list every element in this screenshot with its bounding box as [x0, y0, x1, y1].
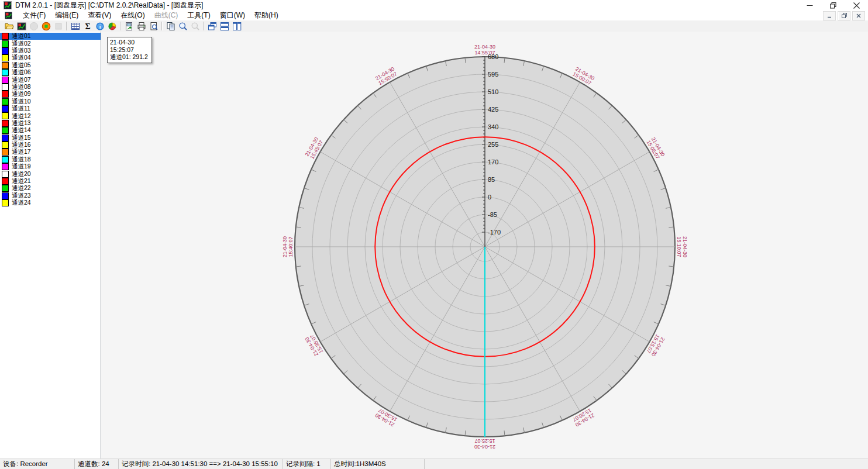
axis-tick-label: 510: [488, 88, 498, 95]
mdi-close-button[interactable]: [852, 11, 865, 20]
channel-color-swatch: [2, 199, 9, 206]
channel-item[interactable]: 通道08: [0, 84, 101, 91]
channel-item[interactable]: 通道19: [0, 163, 101, 170]
toolbar-separator: [203, 22, 204, 30]
channel-item[interactable]: 通道09: [0, 91, 101, 98]
channel-item[interactable]: 通道11: [0, 105, 101, 112]
channel-color-swatch: [2, 178, 9, 185]
polar-chart[interactable]: 680595510425340255170850-85-17021-04-301…: [101, 32, 868, 459]
status-total-time: 总时间:1H3M40S: [331, 459, 425, 469]
close-button[interactable]: [845, 0, 868, 11]
channel-item[interactable]: 通道18: [0, 156, 101, 163]
channel-color-swatch: [2, 171, 9, 178]
menu-item-curve: 曲线(C): [150, 11, 183, 19]
axis-tick-label: 0: [488, 194, 491, 201]
channel-color-swatch: [2, 192, 9, 199]
menu-item-help[interactable]: 帮助(H): [250, 11, 283, 19]
menu-item-tools[interactable]: 工具(T): [182, 11, 215, 19]
toolbar-separator: [120, 22, 121, 30]
channel-item[interactable]: 通道03: [0, 47, 101, 54]
restore-button[interactable]: [821, 0, 845, 11]
channel-item[interactable]: 通道07: [0, 76, 101, 83]
channel-item[interactable]: 通道16: [0, 142, 101, 149]
channel-list: 通道01通道02通道03通道04通道05通道06通道07通道08通道09通道10…: [0, 32, 101, 459]
info-icon[interactable]: i: [94, 21, 106, 32]
mdi-minimize-button[interactable]: [823, 11, 836, 20]
printer-icon[interactable]: [135, 21, 147, 32]
channel-color-swatch: [2, 47, 9, 54]
channel-color-swatch: [2, 54, 9, 61]
channel-color-swatch: [2, 127, 9, 134]
time-label-date: 21-04-30: [474, 44, 495, 50]
channel-item[interactable]: 通道12: [0, 112, 101, 119]
menu-item-view[interactable]: 查看(V): [83, 11, 116, 19]
channel-item[interactable]: 通道17: [0, 149, 101, 156]
data-grid-icon[interactable]: [69, 21, 81, 32]
channel-color-swatch: [2, 185, 9, 192]
channel-item[interactable]: 通道15: [0, 134, 101, 141]
trend-chart-icon[interactable]: [15, 21, 27, 32]
zoom-out-icon: [189, 21, 201, 32]
menu-item-edit[interactable]: 编辑(E): [50, 11, 83, 19]
tile-vertical-icon[interactable]: [230, 21, 243, 32]
channel-item[interactable]: 通道21: [0, 178, 101, 185]
axis-tick-label: 595: [488, 71, 498, 78]
time-label: 21-04-3014:55:07: [474, 44, 495, 56]
channel-color-swatch: [2, 112, 9, 119]
tile-horizontal-icon[interactable]: [218, 21, 230, 32]
time-label: 21-04-3015:40:07: [282, 236, 294, 257]
channel-item[interactable]: 通道10: [0, 98, 101, 105]
status-rec-time: 记录时间: 21-04-30 14:51:30 ==> 21-04-30 15:…: [119, 459, 283, 469]
menu-item-online[interactable]: 在线(O): [116, 11, 149, 19]
status-device: 设备: Recorder: [0, 459, 75, 469]
channel-item[interactable]: 通道14: [0, 127, 101, 134]
title-bar: DTM 2.0.1 - [圆盘显示] [C:\DTM 2.0.2\RealDat…: [0, 0, 868, 11]
menu-item-file[interactable]: 文件(F): [18, 11, 50, 19]
status-bar: 设备: Recorder通道数: 24记录时间: 21-04-30 14:51:…: [0, 458, 868, 469]
axis-tick-label: 255: [488, 141, 498, 148]
channel-color-swatch: [2, 120, 9, 127]
record-idle-icon: [27, 21, 40, 32]
channel-item[interactable]: 通道04: [0, 54, 101, 61]
channel-item[interactable]: 通道01: [0, 33, 101, 40]
status-interval: 记录间隔: 1: [283, 459, 331, 469]
window-title: DTM 2.0.1 - [圆盘显示] [C:\DTM 2.0.2\RealDat…: [15, 1, 203, 11]
channel-item[interactable]: 通道06: [0, 69, 101, 76]
axis-tick-label: 85: [488, 176, 495, 183]
minimize-button[interactable]: [798, 0, 821, 11]
channel-item[interactable]: 通道13: [0, 120, 101, 127]
channel-item[interactable]: 通道23: [0, 192, 101, 199]
axis-tick-label: 340: [488, 123, 498, 130]
channel-color-swatch: [2, 156, 9, 163]
channel-item[interactable]: 通道24: [0, 199, 101, 206]
time-label-time: 15:25:07: [474, 438, 495, 444]
channel-color-swatch: [2, 77, 9, 84]
print-preview-icon[interactable]: [147, 21, 160, 32]
sigma-icon[interactable]: Σ: [81, 21, 94, 32]
time-label-time: 15:10:07: [676, 236, 682, 257]
channel-color-swatch: [2, 33, 9, 40]
status-channels: 通道数: 24: [75, 459, 119, 469]
copy-icon[interactable]: [164, 21, 177, 32]
export-image-icon[interactable]: [123, 21, 135, 32]
channel-color-swatch: [2, 62, 9, 69]
channel-color-swatch: [2, 98, 9, 105]
mdi-restore-button[interactable]: [838, 11, 850, 20]
time-label-date: 21-04-30: [282, 236, 288, 257]
time-label: 21-04-3015:10:07: [676, 236, 688, 257]
pie-chart-icon[interactable]: [106, 21, 118, 32]
channel-item[interactable]: 通道02: [0, 40, 101, 47]
toolbar-separator: [161, 22, 163, 30]
cascade-windows-icon[interactable]: [206, 21, 218, 32]
record-active-icon[interactable]: [40, 21, 52, 32]
channel-item[interactable]: 通道05: [0, 62, 101, 69]
channel-item[interactable]: 通道20: [0, 170, 101, 177]
tool-bar: Σi: [0, 20, 868, 32]
zoom-icon[interactable]: [177, 21, 189, 32]
channel-color-swatch: [2, 163, 9, 170]
menu-item-window[interactable]: 窗口(W): [215, 11, 250, 19]
channel-color-swatch: [2, 142, 9, 149]
channel-label: 通道24: [12, 199, 31, 207]
open-folder-icon[interactable]: [3, 21, 15, 32]
channel-item[interactable]: 通道22: [0, 185, 101, 192]
